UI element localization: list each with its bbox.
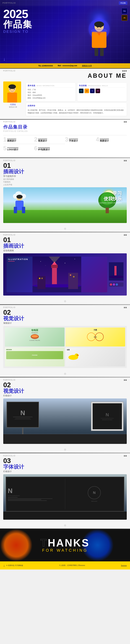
basic-info-title: 基本信息 BASIC INFORMATION	[28, 84, 74, 88]
lb1-line1	[13, 417, 33, 417]
svg-rect-38	[39, 278, 40, 279]
hero-mail: Mail：xxxxxxxx@qq.com	[58, 64, 77, 67]
work5-info: 03 字体设计 灯箱设计	[0, 457, 130, 474]
work3-title: 视觉设计	[3, 316, 130, 321]
work3-info: 02 视觉设计 海报设计	[0, 309, 130, 326]
work-section-3: PORTFOLIO 02 视觉设计 海报设计 饸饹面 NOODLES CLAS	[0, 305, 130, 377]
svg-point-14	[14, 89, 15, 90]
lb2-road-edge	[3, 511, 127, 512]
hero-app-icons: Ae Ai	[121, 8, 127, 21]
illustration2-bg: ILLUSTRATION	[3, 253, 127, 296]
work4-image: N N DESIGN STUDIO	[3, 398, 127, 444]
work3-subtitle: 海报设计	[3, 322, 130, 324]
catalog-num-4: 4	[96, 137, 99, 142]
lb2-divider-line	[8, 497, 18, 498]
work2-circle-icon: ⊕	[64, 300, 66, 303]
hero-person-figure	[86, 18, 112, 57]
footer-link1[interactable]: 5xxxxxx	[121, 565, 127, 566]
avatar-box	[3, 82, 21, 102]
svg-rect-37	[68, 273, 78, 289]
svg-point-28	[75, 259, 75, 259]
illus1-text-en: LEARNING MAKES ME HAPPY	[99, 202, 122, 204]
info-location: 学历：广州	[28, 88, 74, 91]
catalog-name-4: 画册设计	[100, 139, 109, 142]
swatch-pink	[110, 283, 112, 286]
work1-squares	[124, 160, 127, 161]
work2-image: ILLUSTRATION	[3, 253, 127, 296]
work1-page-indicator: ⊕	[0, 226, 130, 232]
catalog-num-5: 5	[3, 146, 7, 151]
work1-title: 插画设计	[3, 169, 130, 174]
w2sq1	[124, 234, 125, 236]
illus2-color-swatches	[109, 282, 123, 286]
work2-header-bar: PORTFOLIO	[0, 233, 130, 236]
self-eval-card: 自我评价 本人性格开朗，善于交流，2年设计经验，精通 ps、ai、cdr等软件；…	[26, 103, 127, 116]
avatar-name-label: 代用名	[3, 103, 23, 106]
w3sq1	[124, 307, 125, 308]
svg-rect-39	[41, 278, 43, 279]
work1-desc2: 可爱系列	[3, 181, 130, 183]
illus2-side-card-1	[109, 262, 123, 281]
csq1	[124, 121, 125, 122]
catalog-item-4: 4 画册设计	[96, 135, 127, 144]
illus2-main-card: ILLUSTRATION	[7, 256, 107, 292]
svg-rect-41	[73, 276, 74, 277]
work1-num: 01	[3, 162, 130, 169]
hero-tel: TEL:12345XXXXXX	[38, 65, 53, 67]
work3-num: 02	[3, 309, 130, 316]
about-info-cards: 基本信息 BASIC INFORMATION 学历：广州 学历：本科 电话：12…	[26, 83, 127, 101]
illus2-label: ILLUSTRATION	[8, 258, 28, 262]
poster-4: 创意	[65, 348, 125, 366]
hero-badge: 作品集	[119, 1, 127, 5]
svg-rect-40	[70, 274, 71, 276]
work4-num: 02	[3, 382, 130, 388]
work2-page-indicator: ⊕	[0, 298, 130, 304]
work2-title: 插画设计	[3, 243, 130, 248]
about-left-col: 代用名 视觉设计师	[3, 82, 23, 108]
avatar-svg	[3, 82, 21, 102]
thanks-main-text: THANKS	[41, 538, 90, 548]
poster-1-en: NOODLES	[6, 332, 63, 334]
self-eval-title: 自我评价	[28, 104, 125, 108]
thanks-red-glow	[0, 529, 33, 562]
work3-header-bar: PORTFOLIO	[0, 305, 130, 309]
work1-image: 学习使我快乐 LEARNING MAKES ME HAPPY	[3, 187, 127, 223]
hero-title-zh: 作品集	[3, 20, 33, 29]
svg-rect-31	[51, 265, 58, 268]
info-education: 学历：本科	[28, 91, 74, 94]
work-section-1: PORTFOLIO 01 插画设计 学习使我升华 设计系列插画 可爱系列 人生充…	[0, 158, 130, 232]
lb1-inner-n: N	[106, 412, 109, 418]
hero-section: PORTFOLIO 作品集 Ae Ai 2025 作品集 DESIGN TO ↓	[0, 0, 130, 68]
poster-2: 问题 相交	[65, 328, 125, 346]
hero-figure	[81, 5, 117, 57]
svg-point-6	[97, 27, 98, 28]
poster-4-title: 创意	[67, 349, 124, 351]
about-section: PORTFOLIO ABOUT ME	[0, 68, 130, 119]
work1-desc1: 设计系列插画	[3, 178, 130, 180]
poster-grid: 饸饹面 NOODLES CLASSIC RECIPE 问题 相交	[3, 326, 127, 368]
catalog-name-1: 插画设计	[7, 139, 16, 142]
catalog-title-en: PORTFOLIO CATALOG	[3, 130, 127, 132]
bowl-top	[32, 335, 38, 338]
work2-info: 01 插画设计 近似色插画	[0, 236, 130, 253]
svg-rect-21	[14, 207, 17, 213]
hero-social[interactable]: 搜索设计分享	[82, 64, 92, 67]
work5-image-container: N TYPOGRAPHY N	[0, 474, 130, 522]
footer-left: ↓ ✦ 优质作品 天天素收益	[3, 564, 23, 568]
work3-portfolio-tag: PORTFOLIO	[3, 306, 16, 308]
lb2-tl2	[8, 500, 41, 500]
illus2-mini-scene	[109, 262, 123, 280]
lb1-pole	[22, 428, 23, 434]
illus1-text-main: 学习使我快乐	[99, 190, 122, 202]
lb2-sub-text: TYPOGRAPHY	[8, 495, 64, 496]
hero-main-text: 2025 作品集 DESIGN TO	[3, 8, 33, 34]
hero-arrow: ↓	[3, 56, 6, 62]
lb2-main-frame: N TYPOGRAPHY N	[6, 477, 124, 512]
hero-portfolio-label: PORTFOLIO	[3, 2, 16, 4]
lb2-left-panel: N TYPOGRAPHY	[8, 479, 65, 510]
lb1-inner-text: DESIGN STUDIO	[101, 419, 113, 420]
work3-page-indicator: ⊕	[0, 371, 130, 377]
work3-image: 饸饹面 NOODLES CLASSIC RECIPE 问题 相交	[3, 326, 127, 368]
svg-point-25	[41, 261, 41, 262]
lb1-n-letter: N	[21, 410, 25, 416]
